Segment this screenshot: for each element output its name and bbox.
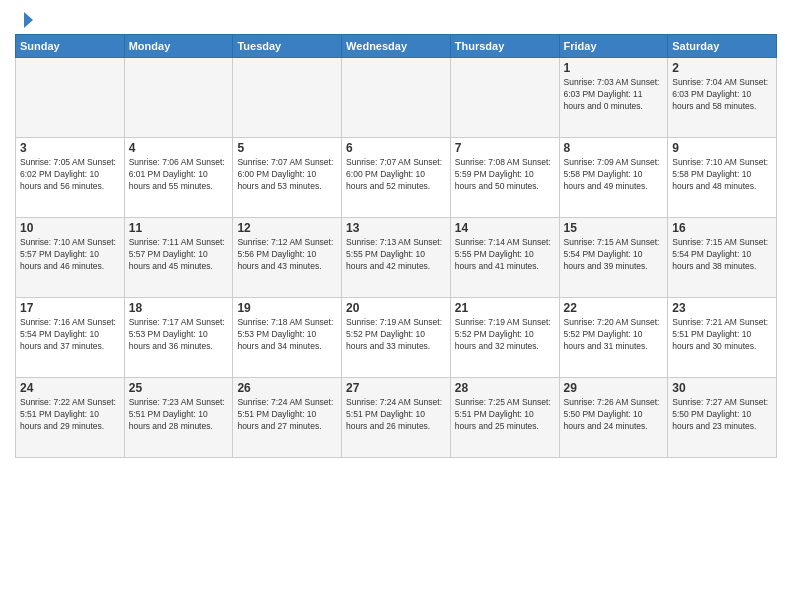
calendar-cell: 3Sunrise: 7:05 AM Sunset: 6:02 PM Daylig… — [16, 138, 125, 218]
day-number: 25 — [129, 381, 229, 395]
day-number: 10 — [20, 221, 120, 235]
calendar-cell: 29Sunrise: 7:26 AM Sunset: 5:50 PM Dayli… — [559, 378, 668, 458]
weekday-header-friday: Friday — [559, 35, 668, 58]
calendar-week-row: 1Sunrise: 7:03 AM Sunset: 6:03 PM Daylig… — [16, 58, 777, 138]
day-info: Sunrise: 7:03 AM Sunset: 6:03 PM Dayligh… — [564, 77, 664, 113]
calendar-cell — [233, 58, 342, 138]
day-info: Sunrise: 7:21 AM Sunset: 5:51 PM Dayligh… — [672, 317, 772, 353]
day-number: 20 — [346, 301, 446, 315]
calendar-cell: 20Sunrise: 7:19 AM Sunset: 5:52 PM Dayli… — [342, 298, 451, 378]
svg-marker-3 — [24, 12, 33, 28]
main-container: General Blue SundayMondayTuesdayWed — [0, 0, 792, 463]
calendar-week-row: 3Sunrise: 7:05 AM Sunset: 6:02 PM Daylig… — [16, 138, 777, 218]
day-number: 15 — [564, 221, 664, 235]
day-number: 23 — [672, 301, 772, 315]
calendar-week-row: 17Sunrise: 7:16 AM Sunset: 5:54 PM Dayli… — [16, 298, 777, 378]
day-number: 21 — [455, 301, 555, 315]
logo: General Blue — [15, 10, 33, 26]
calendar-cell: 12Sunrise: 7:12 AM Sunset: 5:56 PM Dayli… — [233, 218, 342, 298]
calendar-cell: 8Sunrise: 7:09 AM Sunset: 5:58 PM Daylig… — [559, 138, 668, 218]
day-info: Sunrise: 7:24 AM Sunset: 5:51 PM Dayligh… — [346, 397, 446, 433]
day-info: Sunrise: 7:11 AM Sunset: 5:57 PM Dayligh… — [129, 237, 229, 273]
calendar-cell: 22Sunrise: 7:20 AM Sunset: 5:52 PM Dayli… — [559, 298, 668, 378]
day-number: 2 — [672, 61, 772, 75]
calendar-cell: 13Sunrise: 7:13 AM Sunset: 5:55 PM Dayli… — [342, 218, 451, 298]
calendar-cell: 28Sunrise: 7:25 AM Sunset: 5:51 PM Dayli… — [450, 378, 559, 458]
day-number: 5 — [237, 141, 337, 155]
calendar-cell: 25Sunrise: 7:23 AM Sunset: 5:51 PM Dayli… — [124, 378, 233, 458]
day-info: Sunrise: 7:04 AM Sunset: 6:03 PM Dayligh… — [672, 77, 772, 113]
day-number: 16 — [672, 221, 772, 235]
calendar-header: SundayMondayTuesdayWednesdayThursdayFrid… — [16, 35, 777, 58]
calendar-week-row: 10Sunrise: 7:10 AM Sunset: 5:57 PM Dayli… — [16, 218, 777, 298]
logo-wordmark — [15, 10, 33, 26]
day-number: 28 — [455, 381, 555, 395]
day-info: Sunrise: 7:23 AM Sunset: 5:51 PM Dayligh… — [129, 397, 229, 433]
day-number: 3 — [20, 141, 120, 155]
day-number: 1 — [564, 61, 664, 75]
weekday-header-sunday: Sunday — [16, 35, 125, 58]
day-info: Sunrise: 7:06 AM Sunset: 6:01 PM Dayligh… — [129, 157, 229, 193]
day-info: Sunrise: 7:14 AM Sunset: 5:55 PM Dayligh… — [455, 237, 555, 273]
day-info: Sunrise: 7:19 AM Sunset: 5:52 PM Dayligh… — [455, 317, 555, 353]
calendar-cell — [124, 58, 233, 138]
day-number: 4 — [129, 141, 229, 155]
calendar-cell: 18Sunrise: 7:17 AM Sunset: 5:53 PM Dayli… — [124, 298, 233, 378]
day-info: Sunrise: 7:17 AM Sunset: 5:53 PM Dayligh… — [129, 317, 229, 353]
day-number: 26 — [237, 381, 337, 395]
calendar-cell: 11Sunrise: 7:11 AM Sunset: 5:57 PM Dayli… — [124, 218, 233, 298]
weekday-header-thursday: Thursday — [450, 35, 559, 58]
calendar-cell: 26Sunrise: 7:24 AM Sunset: 5:51 PM Dayli… — [233, 378, 342, 458]
calendar-cell: 1Sunrise: 7:03 AM Sunset: 6:03 PM Daylig… — [559, 58, 668, 138]
day-number: 13 — [346, 221, 446, 235]
calendar-cell — [450, 58, 559, 138]
calendar-cell — [16, 58, 125, 138]
day-info: Sunrise: 7:22 AM Sunset: 5:51 PM Dayligh… — [20, 397, 120, 433]
day-info: Sunrise: 7:25 AM Sunset: 5:51 PM Dayligh… — [455, 397, 555, 433]
calendar-cell: 27Sunrise: 7:24 AM Sunset: 5:51 PM Dayli… — [342, 378, 451, 458]
day-info: Sunrise: 7:19 AM Sunset: 5:52 PM Dayligh… — [346, 317, 446, 353]
calendar-cell: 19Sunrise: 7:18 AM Sunset: 5:53 PM Dayli… — [233, 298, 342, 378]
day-number: 24 — [20, 381, 120, 395]
day-number: 27 — [346, 381, 446, 395]
calendar-cell: 17Sunrise: 7:16 AM Sunset: 5:54 PM Dayli… — [16, 298, 125, 378]
weekday-header-wednesday: Wednesday — [342, 35, 451, 58]
calendar-cell: 15Sunrise: 7:15 AM Sunset: 5:54 PM Dayli… — [559, 218, 668, 298]
calendar-cell: 24Sunrise: 7:22 AM Sunset: 5:51 PM Dayli… — [16, 378, 125, 458]
calendar-cell: 10Sunrise: 7:10 AM Sunset: 5:57 PM Dayli… — [16, 218, 125, 298]
calendar-cell: 9Sunrise: 7:10 AM Sunset: 5:58 PM Daylig… — [668, 138, 777, 218]
day-number: 18 — [129, 301, 229, 315]
day-number: 29 — [564, 381, 664, 395]
calendar-cell: 14Sunrise: 7:14 AM Sunset: 5:55 PM Dayli… — [450, 218, 559, 298]
day-number: 8 — [564, 141, 664, 155]
day-info: Sunrise: 7:10 AM Sunset: 5:58 PM Dayligh… — [672, 157, 772, 193]
day-info: Sunrise: 7:18 AM Sunset: 5:53 PM Dayligh… — [237, 317, 337, 353]
header-row: General Blue — [15, 10, 777, 26]
weekday-header-row: SundayMondayTuesdayWednesdayThursdayFrid… — [16, 35, 777, 58]
day-number: 7 — [455, 141, 555, 155]
day-info: Sunrise: 7:08 AM Sunset: 5:59 PM Dayligh… — [455, 157, 555, 193]
day-info: Sunrise: 7:12 AM Sunset: 5:56 PM Dayligh… — [237, 237, 337, 273]
calendar-cell: 5Sunrise: 7:07 AM Sunset: 6:00 PM Daylig… — [233, 138, 342, 218]
day-info: Sunrise: 7:26 AM Sunset: 5:50 PM Dayligh… — [564, 397, 664, 433]
calendar-cell: 30Sunrise: 7:27 AM Sunset: 5:50 PM Dayli… — [668, 378, 777, 458]
weekday-header-saturday: Saturday — [668, 35, 777, 58]
day-number: 6 — [346, 141, 446, 155]
day-number: 9 — [672, 141, 772, 155]
calendar-week-row: 24Sunrise: 7:22 AM Sunset: 5:51 PM Dayli… — [16, 378, 777, 458]
day-info: Sunrise: 7:15 AM Sunset: 5:54 PM Dayligh… — [564, 237, 664, 273]
day-number: 22 — [564, 301, 664, 315]
calendar-cell — [342, 58, 451, 138]
day-info: Sunrise: 7:16 AM Sunset: 5:54 PM Dayligh… — [20, 317, 120, 353]
day-info: Sunrise: 7:24 AM Sunset: 5:51 PM Dayligh… — [237, 397, 337, 433]
day-info: Sunrise: 7:07 AM Sunset: 6:00 PM Dayligh… — [346, 157, 446, 193]
day-number: 12 — [237, 221, 337, 235]
calendar-table: SundayMondayTuesdayWednesdayThursdayFrid… — [15, 34, 777, 458]
day-number: 19 — [237, 301, 337, 315]
day-info: Sunrise: 7:15 AM Sunset: 5:54 PM Dayligh… — [672, 237, 772, 273]
day-number: 11 — [129, 221, 229, 235]
calendar-cell: 16Sunrise: 7:15 AM Sunset: 5:54 PM Dayli… — [668, 218, 777, 298]
day-info: Sunrise: 7:10 AM Sunset: 5:57 PM Dayligh… — [20, 237, 120, 273]
weekday-header-monday: Monday — [124, 35, 233, 58]
calendar-cell: 7Sunrise: 7:08 AM Sunset: 5:59 PM Daylig… — [450, 138, 559, 218]
